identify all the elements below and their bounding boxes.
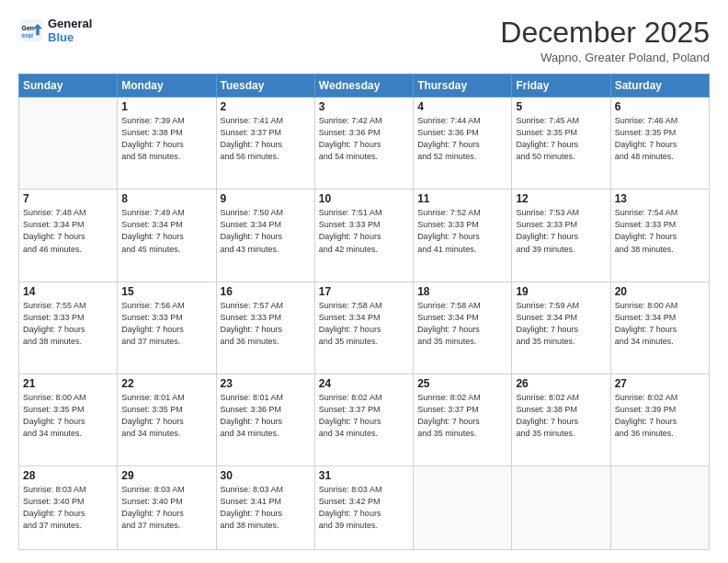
day-number: 8 <box>121 192 211 205</box>
calendar-cell: 2Sunrise: 7:41 AM Sunset: 3:37 PM Daylig… <box>216 98 314 190</box>
calendar-cell: 22Sunrise: 8:01 AM Sunset: 3:35 PM Dayli… <box>118 373 216 465</box>
logo-icon: Gen eral <box>18 17 44 43</box>
weekday-header-tuesday: Tuesday <box>216 75 314 98</box>
day-number: 14 <box>23 285 113 298</box>
day-info: Sunrise: 7:52 AM Sunset: 3:33 PM Dayligh… <box>417 207 507 255</box>
header: Gen eral General Blue December 2025 Wapn… <box>18 17 710 64</box>
calendar-cell: 21Sunrise: 8:00 AM Sunset: 3:35 PM Dayli… <box>19 373 118 465</box>
day-number: 23 <box>221 377 311 390</box>
weekday-header-sunday: Sunday <box>19 75 118 98</box>
calendar-cell: 10Sunrise: 7:51 AM Sunset: 3:33 PM Dayli… <box>314 190 413 282</box>
calendar-cell <box>610 465 709 549</box>
day-info: Sunrise: 7:48 AM Sunset: 3:34 PM Dayligh… <box>23 207 113 255</box>
day-info: Sunrise: 8:02 AM Sunset: 3:39 PM Dayligh… <box>615 392 705 440</box>
calendar-cell: 26Sunrise: 8:02 AM Sunset: 3:38 PM Dayli… <box>512 373 610 465</box>
day-number: 29 <box>121 469 211 482</box>
day-info: Sunrise: 7:57 AM Sunset: 3:33 PM Dayligh… <box>221 300 311 348</box>
day-number: 12 <box>516 192 606 205</box>
weekday-header-thursday: Thursday <box>414 75 512 98</box>
calendar-table: SundayMondayTuesdayWednesdayThursdayFrid… <box>18 74 710 550</box>
day-info: Sunrise: 8:03 AM Sunset: 3:40 PM Dayligh… <box>121 484 211 532</box>
day-info: Sunrise: 8:01 AM Sunset: 3:35 PM Dayligh… <box>121 392 211 440</box>
day-info: Sunrise: 7:50 AM Sunset: 3:34 PM Dayligh… <box>221 207 311 255</box>
day-number: 21 <box>23 377 113 390</box>
location: Wapno, Greater Poland, Poland <box>500 51 710 64</box>
calendar-cell: 31Sunrise: 8:03 AM Sunset: 3:42 PM Dayli… <box>314 465 413 549</box>
calendar-cell <box>512 465 610 549</box>
calendar-cell: 24Sunrise: 8:02 AM Sunset: 3:37 PM Dayli… <box>314 373 413 465</box>
day-info: Sunrise: 7:42 AM Sunset: 3:36 PM Dayligh… <box>319 115 409 163</box>
calendar-cell: 6Sunrise: 7:46 AM Sunset: 3:35 PM Daylig… <box>610 98 709 190</box>
day-number: 28 <box>23 469 113 482</box>
day-info: Sunrise: 8:02 AM Sunset: 3:37 PM Dayligh… <box>319 392 409 440</box>
day-info: Sunrise: 7:55 AM Sunset: 3:33 PM Dayligh… <box>23 300 113 348</box>
day-number: 19 <box>516 285 606 298</box>
calendar-cell: 25Sunrise: 8:02 AM Sunset: 3:37 PM Dayli… <box>414 373 512 465</box>
calendar-cell: 5Sunrise: 7:45 AM Sunset: 3:35 PM Daylig… <box>512 98 610 190</box>
week-row-4: 21Sunrise: 8:00 AM Sunset: 3:35 PM Dayli… <box>19 373 710 465</box>
day-number: 30 <box>221 469 311 482</box>
calendar-cell: 7Sunrise: 7:48 AM Sunset: 3:34 PM Daylig… <box>19 190 118 282</box>
day-info: Sunrise: 7:58 AM Sunset: 3:34 PM Dayligh… <box>417 300 507 348</box>
week-row-5: 28Sunrise: 8:03 AM Sunset: 3:40 PM Dayli… <box>19 465 710 549</box>
day-info: Sunrise: 7:41 AM Sunset: 3:37 PM Dayligh… <box>221 115 311 163</box>
calendar-cell: 8Sunrise: 7:49 AM Sunset: 3:34 PM Daylig… <box>118 190 216 282</box>
day-number: 22 <box>121 377 211 390</box>
week-row-1: 1Sunrise: 7:39 AM Sunset: 3:38 PM Daylig… <box>19 98 710 190</box>
day-info: Sunrise: 7:58 AM Sunset: 3:34 PM Dayligh… <box>319 300 409 348</box>
calendar-cell: 17Sunrise: 7:58 AM Sunset: 3:34 PM Dayli… <box>314 282 413 373</box>
day-info: Sunrise: 7:59 AM Sunset: 3:34 PM Dayligh… <box>516 300 606 348</box>
calendar-cell: 11Sunrise: 7:52 AM Sunset: 3:33 PM Dayli… <box>414 190 512 282</box>
day-number: 4 <box>417 100 507 113</box>
day-info: Sunrise: 7:44 AM Sunset: 3:36 PM Dayligh… <box>417 115 507 163</box>
calendar-cell: 30Sunrise: 8:03 AM Sunset: 3:41 PM Dayli… <box>216 465 314 549</box>
calendar-cell <box>19 98 118 190</box>
week-row-3: 14Sunrise: 7:55 AM Sunset: 3:33 PM Dayli… <box>19 282 710 373</box>
calendar-cell: 16Sunrise: 7:57 AM Sunset: 3:33 PM Dayli… <box>216 282 314 373</box>
calendar-cell: 4Sunrise: 7:44 AM Sunset: 3:36 PM Daylig… <box>414 98 512 190</box>
day-info: Sunrise: 7:39 AM Sunset: 3:38 PM Dayligh… <box>121 115 211 163</box>
day-number: 7 <box>23 192 113 205</box>
calendar-cell: 9Sunrise: 7:50 AM Sunset: 3:34 PM Daylig… <box>216 190 314 282</box>
weekday-header-wednesday: Wednesday <box>314 75 413 98</box>
day-info: Sunrise: 8:00 AM Sunset: 3:34 PM Dayligh… <box>615 300 705 348</box>
day-number: 25 <box>417 377 507 390</box>
weekday-header-friday: Friday <box>512 75 610 98</box>
day-info: Sunrise: 7:46 AM Sunset: 3:35 PM Dayligh… <box>615 115 705 163</box>
day-number: 2 <box>221 100 311 113</box>
day-number: 26 <box>516 377 606 390</box>
day-info: Sunrise: 7:56 AM Sunset: 3:33 PM Dayligh… <box>121 300 211 348</box>
day-number: 1 <box>121 100 211 113</box>
day-info: Sunrise: 8:03 AM Sunset: 3:42 PM Dayligh… <box>319 484 409 532</box>
day-number: 20 <box>615 285 705 298</box>
day-number: 24 <box>319 377 409 390</box>
calendar-cell: 20Sunrise: 8:00 AM Sunset: 3:34 PM Dayli… <box>610 282 709 373</box>
day-info: Sunrise: 7:45 AM Sunset: 3:35 PM Dayligh… <box>516 115 606 163</box>
calendar-cell: 19Sunrise: 7:59 AM Sunset: 3:34 PM Dayli… <box>512 282 610 373</box>
calendar-cell: 14Sunrise: 7:55 AM Sunset: 3:33 PM Dayli… <box>19 282 118 373</box>
calendar-cell: 28Sunrise: 8:03 AM Sunset: 3:40 PM Dayli… <box>19 465 118 549</box>
calendar-cell <box>414 465 512 549</box>
day-info: Sunrise: 8:03 AM Sunset: 3:41 PM Dayligh… <box>221 484 311 532</box>
svg-text:eral: eral <box>22 32 34 39</box>
day-number: 10 <box>319 192 409 205</box>
calendar-cell: 1Sunrise: 7:39 AM Sunset: 3:38 PM Daylig… <box>118 98 216 190</box>
day-number: 13 <box>615 192 705 205</box>
day-number: 9 <box>221 192 311 205</box>
month-title: December 2025 <box>500 17 710 49</box>
title-area: December 2025 Wapno, Greater Poland, Pol… <box>500 17 710 64</box>
day-number: 17 <box>319 285 409 298</box>
day-number: 31 <box>319 469 409 482</box>
logo: Gen eral General Blue <box>18 17 92 44</box>
calendar-cell: 27Sunrise: 8:02 AM Sunset: 3:39 PM Dayli… <box>610 373 709 465</box>
calendar-cell: 13Sunrise: 7:54 AM Sunset: 3:33 PM Dayli… <box>610 190 709 282</box>
day-info: Sunrise: 7:54 AM Sunset: 3:33 PM Dayligh… <box>615 207 705 255</box>
day-info: Sunrise: 8:03 AM Sunset: 3:40 PM Dayligh… <box>23 484 113 532</box>
day-number: 11 <box>417 192 507 205</box>
page: Gen eral General Blue December 2025 Wapn… <box>0 0 728 563</box>
day-number: 15 <box>121 285 211 298</box>
day-number: 6 <box>615 100 705 113</box>
day-info: Sunrise: 7:53 AM Sunset: 3:33 PM Dayligh… <box>516 207 606 255</box>
calendar-cell: 23Sunrise: 8:01 AM Sunset: 3:36 PM Dayli… <box>216 373 314 465</box>
day-info: Sunrise: 8:02 AM Sunset: 3:37 PM Dayligh… <box>417 392 507 440</box>
